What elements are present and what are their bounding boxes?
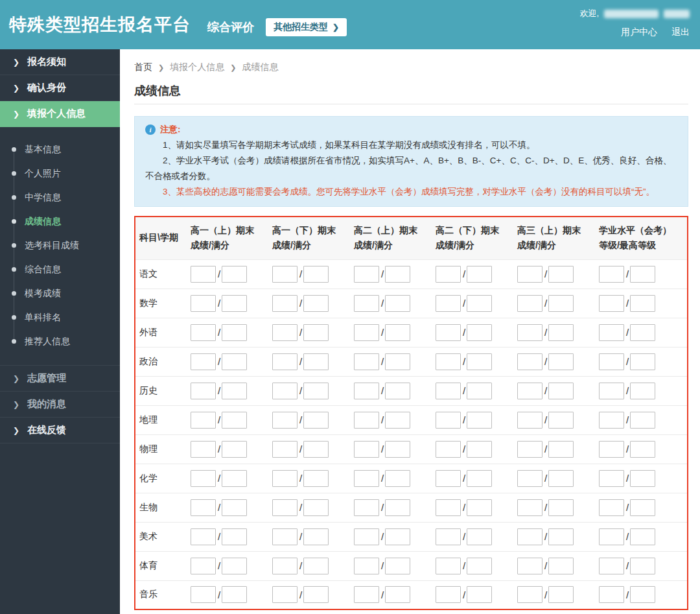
max-score-input[interactable]	[385, 558, 410, 574]
max-score-input[interactable]	[630, 558, 655, 574]
max-score-input[interactable]	[467, 383, 492, 399]
max-score-input[interactable]	[548, 324, 574, 341]
score-input[interactable]	[354, 412, 379, 429]
score-input[interactable]	[191, 353, 216, 370]
max-score-input[interactable]	[548, 528, 574, 545]
sidebar-item[interactable]: ❯ 志愿管理	[0, 366, 120, 392]
sidebar-item[interactable]: ❯ 在线反馈	[0, 418, 120, 443]
score-input[interactable]	[599, 528, 624, 545]
max-score-input[interactable]	[467, 470, 492, 487]
max-score-input[interactable]	[630, 499, 655, 516]
breadcrumb-item[interactable]: 首页	[134, 62, 152, 73]
score-input[interactable]	[272, 441, 298, 458]
score-input[interactable]	[354, 586, 379, 603]
max-score-input[interactable]	[630, 266, 655, 283]
max-score-input[interactable]	[303, 412, 329, 429]
max-score-input[interactable]	[548, 470, 574, 487]
score-input[interactable]	[517, 528, 542, 545]
max-score-input[interactable]	[222, 324, 247, 341]
score-input[interactable]	[354, 266, 379, 283]
score-input[interactable]	[517, 558, 542, 574]
score-input[interactable]	[436, 586, 461, 603]
score-input[interactable]	[599, 499, 624, 516]
score-input[interactable]	[436, 470, 461, 487]
max-score-input[interactable]	[222, 470, 247, 487]
score-input[interactable]	[517, 353, 542, 370]
score-input[interactable]	[436, 499, 461, 516]
score-input[interactable]	[599, 353, 624, 370]
max-score-input[interactable]	[385, 528, 410, 545]
max-score-input[interactable]	[467, 412, 492, 429]
score-input[interactable]	[354, 499, 379, 516]
max-score-input[interactable]	[222, 441, 247, 458]
max-score-input[interactable]	[467, 353, 492, 370]
sidebar-item[interactable]: ❯ 我的消息	[0, 392, 120, 418]
max-score-input[interactable]	[548, 412, 574, 429]
max-score-input[interactable]	[548, 586, 574, 603]
max-score-input[interactable]	[222, 528, 247, 545]
max-score-input[interactable]	[385, 324, 410, 341]
other-enrollment-types-button[interactable]: 其他招生类型 ❯	[266, 18, 347, 36]
score-input[interactable]	[272, 295, 298, 312]
max-score-input[interactable]	[467, 499, 492, 516]
score-input[interactable]	[272, 586, 298, 603]
max-score-input[interactable]	[548, 499, 574, 516]
max-score-input[interactable]	[222, 499, 247, 516]
score-input[interactable]	[599, 470, 624, 487]
score-input[interactable]	[354, 470, 379, 487]
sidebar-item[interactable]: ❯ 报名须知	[0, 49, 120, 75]
score-input[interactable]	[517, 499, 542, 516]
max-score-input[interactable]	[630, 295, 655, 312]
max-score-input[interactable]	[385, 441, 410, 458]
max-score-input[interactable]	[303, 295, 329, 312]
score-input[interactable]	[354, 383, 379, 399]
max-score-input[interactable]	[385, 412, 410, 429]
score-input[interactable]	[191, 558, 216, 574]
max-score-input[interactable]	[467, 441, 492, 458]
max-score-input[interactable]	[385, 353, 410, 370]
max-score-input[interactable]	[303, 324, 329, 341]
sidebar-subitem[interactable]: 个人照片	[0, 161, 120, 185]
score-input[interactable]	[599, 295, 624, 312]
max-score-input[interactable]	[467, 528, 492, 545]
score-input[interactable]	[436, 266, 461, 283]
score-input[interactable]	[599, 441, 624, 458]
max-score-input[interactable]	[548, 441, 574, 458]
max-score-input[interactable]	[467, 324, 492, 341]
sidebar-subitem[interactable]: 模考成绩	[0, 281, 120, 305]
score-input[interactable]	[354, 353, 379, 370]
sidebar-item[interactable]: ❯ 确认身份	[0, 75, 120, 101]
max-score-input[interactable]	[467, 266, 492, 283]
score-input[interactable]	[517, 266, 542, 283]
score-input[interactable]	[354, 528, 379, 545]
score-input[interactable]	[599, 586, 624, 603]
sidebar-subitem[interactable]: 基本信息	[0, 137, 120, 161]
score-input[interactable]	[599, 383, 624, 399]
max-score-input[interactable]	[467, 558, 492, 574]
max-score-input[interactable]	[303, 586, 329, 603]
score-input[interactable]	[272, 324, 298, 341]
score-input[interactable]	[436, 412, 461, 429]
sidebar-subitem[interactable]: 综合信息	[0, 257, 120, 281]
score-input[interactable]	[354, 324, 379, 341]
max-score-input[interactable]	[630, 412, 655, 429]
max-score-input[interactable]	[630, 353, 655, 370]
score-input[interactable]	[191, 324, 216, 341]
score-input[interactable]	[191, 412, 216, 429]
max-score-input[interactable]	[222, 412, 247, 429]
max-score-input[interactable]	[303, 441, 329, 458]
max-score-input[interactable]	[222, 295, 247, 312]
score-input[interactable]	[599, 412, 624, 429]
max-score-input[interactable]	[303, 353, 329, 370]
max-score-input[interactable]	[385, 470, 410, 487]
score-input[interactable]	[436, 441, 461, 458]
max-score-input[interactable]	[303, 266, 329, 283]
max-score-input[interactable]	[222, 383, 247, 399]
score-input[interactable]	[517, 441, 542, 458]
max-score-input[interactable]	[548, 266, 574, 283]
sidebar-subitem[interactable]: 单科排名	[0, 305, 120, 329]
score-input[interactable]	[599, 558, 624, 574]
max-score-input[interactable]	[222, 586, 247, 603]
max-score-input[interactable]	[630, 324, 655, 341]
max-score-input[interactable]	[467, 586, 492, 603]
